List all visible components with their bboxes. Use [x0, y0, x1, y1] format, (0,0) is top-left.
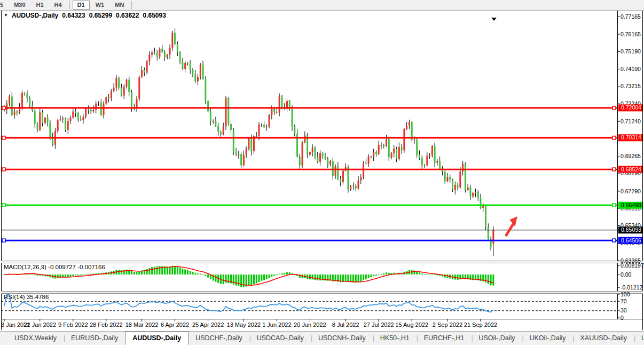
candle-down — [202, 65, 204, 79]
candle-down — [294, 127, 295, 134]
time-tick-label: 25 Apr 2022 — [192, 322, 224, 328]
candle-down — [250, 138, 252, 151]
tab-ukoil-daily[interactable]: UKOil-,Daily — [522, 332, 572, 345]
toolbar-separator — [69, 1, 70, 9]
tab-audusd-daily[interactable]: AUDUSD-,Daily — [125, 331, 189, 345]
horizontal-line[interactable] — [1, 168, 617, 171]
macd-histogram-bar — [238, 275, 239, 286]
timeframe-button-m30[interactable]: M30 — [9, 1, 30, 10]
candle-up — [248, 138, 249, 148]
candle-up — [370, 156, 372, 157]
candle-up — [335, 166, 336, 176]
candle-down — [485, 206, 486, 228]
macd-histogram-bar — [118, 270, 120, 275]
macd-histogram-bar — [37, 275, 38, 276]
hline-handle — [612, 239, 616, 242]
candle-down — [292, 109, 293, 127]
macd-histogram-bar — [225, 275, 226, 283]
tab-eurusd-daily[interactable]: EURUSD-,Daily — [64, 332, 125, 345]
candle-up — [492, 230, 494, 244]
macd-histogram-bar — [434, 275, 436, 275]
timeframe-button-w1[interactable]: W1 — [91, 1, 109, 10]
candle-down — [190, 64, 191, 70]
candle-up — [123, 87, 125, 96]
candle-up — [167, 55, 168, 58]
rsi-panel[interactable]: 10070300 — [1, 291, 630, 321]
candle-up — [472, 193, 474, 197]
candle-up — [159, 49, 160, 57]
candle-down — [230, 124, 232, 130]
timeframe-button-5[interactable]: 5 — [0, 1, 8, 10]
candle-up — [246, 148, 247, 155]
macd-histogram-bar — [205, 275, 206, 276]
macd-histogram-bar — [200, 273, 201, 275]
macd-histogram-bar — [488, 275, 489, 284]
candle-up — [378, 145, 380, 154]
timeframe-button-mn[interactable]: MN — [110, 1, 129, 10]
tab-ukoil-da[interactable]: UKOil-,Da — [634, 332, 644, 345]
candle-up — [225, 98, 226, 127]
candle-down — [90, 109, 92, 111]
candle-up — [436, 161, 438, 162]
macd-histogram-bar — [146, 269, 148, 275]
candle-up — [103, 104, 105, 115]
macd-histogram-bar — [429, 275, 430, 275]
horizontal-line[interactable] — [1, 136, 617, 139]
time-axis[interactable]: 3 Jan 202221 Jan 20229 Feb 202228 Feb 20… — [1, 319, 497, 328]
candle-up — [243, 155, 245, 166]
candle-up — [146, 61, 148, 73]
macd-histogram-bar — [350, 275, 351, 283]
up-arrow-annotation[interactable] — [506, 216, 517, 236]
candle-down — [128, 80, 130, 92]
timeframe-button-d1[interactable]: D1 — [73, 1, 90, 10]
candle-up — [482, 206, 484, 208]
candle-up — [92, 109, 94, 111]
tab-usdchf-daily[interactable]: USDCHF-,Daily — [189, 332, 249, 345]
macd-histogram-bar — [174, 266, 176, 275]
candle-up — [148, 55, 150, 61]
tab-usoil-daily[interactable]: USOil-,Daily — [472, 332, 522, 345]
candle-up — [72, 112, 74, 118]
candle-up — [197, 77, 199, 81]
candle-up — [446, 177, 448, 181]
candle-down — [457, 185, 459, 187]
macd-histogram-bar — [355, 275, 357, 283]
macd-histogram-bar — [457, 275, 459, 280]
candle-up — [256, 136, 257, 137]
horizontal-line[interactable] — [1, 239, 617, 242]
timeframe-button-h1[interactable]: H1 — [32, 1, 49, 10]
candle-down — [11, 97, 13, 115]
candle-up — [406, 126, 407, 129]
chart-canvas[interactable]: 0.771650.761650.751900.741900.732150.722… — [0, 0, 644, 345]
hline-handle — [612, 168, 616, 171]
candle-up — [44, 117, 46, 123]
candle-down — [29, 98, 30, 105]
time-tick-label: 21 Jan 2022 — [23, 322, 56, 328]
macd-histogram-bar — [169, 266, 171, 275]
candle-up — [105, 97, 107, 104]
candle-down — [421, 158, 423, 165]
tab-eurchf-h1[interactable]: EURCHF-,H1 — [417, 332, 472, 345]
candle-up — [380, 145, 382, 146]
macd-axis-label: -0.01212 — [621, 284, 643, 291]
rsi-line — [4, 294, 493, 312]
macd-histogram-bar — [85, 275, 87, 275]
macd-histogram-bar — [271, 275, 272, 277]
tab-xauusd-daily[interactable]: XAUUSD-,Daily — [574, 332, 634, 345]
tab-hk50-h1[interactable]: HK50-,H1 — [373, 332, 417, 345]
price-label-text: 0.66498 — [621, 202, 641, 208]
candle-down — [434, 146, 436, 162]
tab-usdcnh-daily[interactable]: USDCNH-,Daily — [311, 332, 373, 345]
candle-down — [327, 159, 328, 164]
candle-down — [131, 92, 132, 108]
macd-histogram-bar — [431, 275, 433, 275]
tab-usdx-weekly[interactable]: USDX,Weekly — [7, 332, 64, 345]
horizontal-line[interactable] — [1, 203, 617, 207]
macd-histogram-bar — [365, 275, 367, 279]
tab-usdcad-daily[interactable]: USDCAD-,Daily — [250, 332, 311, 345]
candle-up — [302, 143, 303, 166]
macd-histogram-bar — [485, 275, 486, 283]
timeframe-button-h4[interactable]: H4 — [50, 1, 67, 10]
macd-histogram-bar — [289, 272, 290, 275]
symbol-dropdown-icon[interactable]: ▼ — [4, 13, 8, 18]
